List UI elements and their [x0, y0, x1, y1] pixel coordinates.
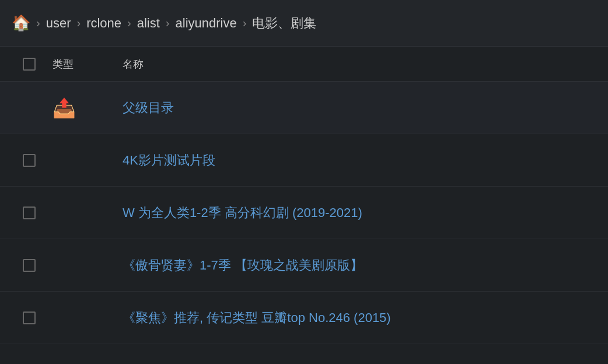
table-header: 类型 名称: [0, 47, 608, 82]
row-checkbox-2: [12, 206, 47, 219]
header-name: 名称: [117, 57, 596, 71]
breadcrumb-item-user[interactable]: user: [46, 16, 71, 31]
header-type: 类型: [47, 57, 117, 71]
table-row: 《傲骨贤妻》1-7季 【玫瑰之战美剧原版】: [0, 239, 608, 292]
breadcrumb-separator-4: ›: [243, 16, 247, 30]
breadcrumb-item-rclone[interactable]: rclone: [86, 16, 121, 31]
row-name-1: 4K影片测试片段: [117, 152, 596, 169]
parent-folder-icon: 📤: [53, 97, 76, 118]
breadcrumb: 🏠 › user › rclone › alist › aliyundrive …: [0, 0, 608, 47]
breadcrumb-separator-3: ›: [166, 16, 170, 30]
row-select-checkbox-3[interactable]: [23, 259, 36, 272]
folder-link-4[interactable]: 《聚焦》推荐, 传记类型 豆瓣top No.246 (2015): [123, 310, 391, 325]
breadcrumb-item-alist[interactable]: alist: [137, 16, 160, 31]
header-checkbox-col: [12, 58, 47, 71]
row-checkbox-4: [12, 312, 47, 324]
select-all-checkbox[interactable]: [23, 58, 36, 71]
table-row: 《聚焦》推荐, 传记类型 豆瓣top No.246 (2015): [0, 292, 608, 344]
parent-directory-link[interactable]: 父级目录: [123, 100, 174, 115]
row-name-2: W 为全人类1-2季 高分科幻剧 (2019-2021): [117, 204, 596, 222]
breadcrumb-item-movies[interactable]: 电影、剧集: [252, 15, 316, 32]
row-name-3: 《傲骨贤妻》1-7季 【玫瑰之战美剧原版】: [117, 257, 596, 274]
folder-link-1[interactable]: 4K影片测试片段: [123, 153, 215, 167]
row-name-parent: 父级目录: [117, 99, 596, 117]
table-row: W 为全人类1-2季 高分科幻剧 (2019-2021): [0, 187, 608, 239]
row-select-checkbox-2[interactable]: [23, 206, 36, 219]
row-select-checkbox-4[interactable]: [23, 312, 36, 324]
table-row: 📤 父级目录: [0, 82, 608, 134]
breadcrumb-item-aliyundrive[interactable]: aliyundrive: [176, 16, 237, 31]
row-type-parent: 📤: [47, 97, 117, 119]
home-icon[interactable]: 🏠: [12, 14, 30, 32]
row-select-checkbox-1[interactable]: [23, 154, 36, 167]
table-row: 4K影片测试片段: [0, 134, 608, 187]
row-checkbox-3: [12, 259, 47, 272]
breadcrumb-separator-1: ›: [76, 16, 81, 30]
row-checkbox-1: [12, 154, 47, 167]
breadcrumb-separator-0: ›: [36, 16, 40, 30]
breadcrumb-separator-2: ›: [127, 16, 131, 30]
row-name-4: 《聚焦》推荐, 传记类型 豆瓣top No.246 (2015): [117, 309, 596, 327]
folder-link-2[interactable]: W 为全人类1-2季 高分科幻剧 (2019-2021): [123, 205, 362, 220]
folder-link-3[interactable]: 《傲骨贤妻》1-7季 【玫瑰之战美剧原版】: [123, 258, 363, 272]
